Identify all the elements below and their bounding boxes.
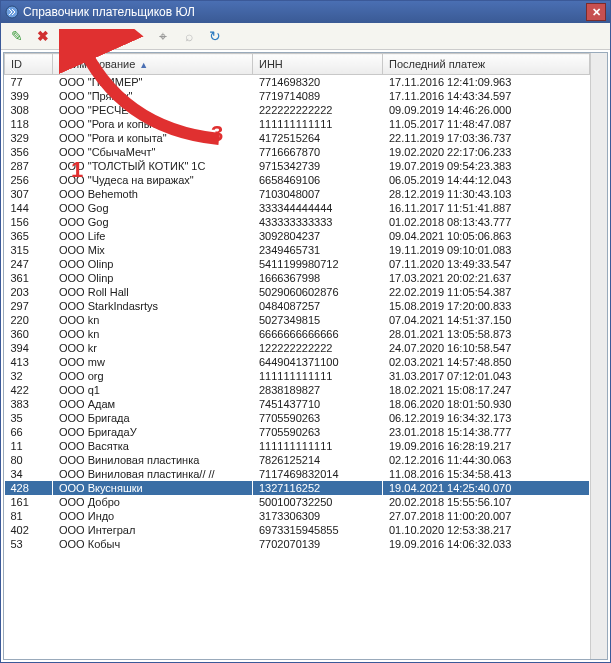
table-row[interactable]: 383ООО Адам745143771018.06.2020 18:01:50… <box>5 397 590 411</box>
scrollbar[interactable] <box>590 53 607 659</box>
filter-button[interactable]: ⌖ <box>151 24 175 48</box>
cell-inn: 7705590263 <box>253 425 383 439</box>
cell-inn: 7103048007 <box>253 187 383 201</box>
col-id[interactable]: ID <box>5 54 53 75</box>
cell-inn: 7117469832014 <box>253 467 383 481</box>
cell-last: 06.05.2019 14:44:12.043 <box>383 173 590 187</box>
cell-id: 66 <box>5 425 53 439</box>
table-row[interactable]: 256ООО "Чудеса на виражах"665846910606.0… <box>5 173 590 187</box>
table-row[interactable]: 66ООО БригадаУ770559026323.01.2018 15:14… <box>5 425 590 439</box>
cell-last: 02.12.2016 11:44:30.063 <box>383 453 590 467</box>
table-row[interactable]: 394ООО kr12222222222224.07.2020 16:10:58… <box>5 341 590 355</box>
close-button[interactable]: ✕ <box>586 3 606 21</box>
refresh-icon: ↻ <box>209 29 221 43</box>
edit-button[interactable]: ✎ <box>5 24 29 48</box>
col-inn[interactable]: ИНН <box>253 54 383 75</box>
table-row[interactable]: 77ООО "ПРИМЕР"771469832017.11.2016 12:41… <box>5 75 590 90</box>
cell-last: 24.07.2020 16:10:58.547 <box>383 341 590 355</box>
cell-last: 28.12.2019 11:30:43.103 <box>383 187 590 201</box>
cell-id: 118 <box>5 117 53 131</box>
cell-last: 19.09.2016 14:06:32.033 <box>383 537 590 551</box>
table-row[interactable]: 422ООО q1283818982718.02.2021 15:08:17.2… <box>5 383 590 397</box>
cell-id: 81 <box>5 509 53 523</box>
cell-last: 17.11.2016 14:43:34.597 <box>383 89 590 103</box>
table-row[interactable]: 35ООО Бригада770559026306.12.2019 16:34:… <box>5 411 590 425</box>
filter-clear-button[interactable]: ⌕ <box>177 24 201 48</box>
cell-last: 07.11.2020 13:49:33.547 <box>383 257 590 271</box>
table-row[interactable]: 80ООО Виниловая пластинка782612521402.12… <box>5 453 590 467</box>
table-row[interactable]: 356ООО "СбычаМечт"771666787019.02.2020 2… <box>5 145 590 159</box>
table-row[interactable]: 307ООО Behemoth710304800728.12.2019 11:3… <box>5 187 590 201</box>
cell-name: ООО Behemoth <box>53 187 253 201</box>
cell-name: ООО Индо <box>53 509 253 523</box>
table-row[interactable]: 329ООО "Рога и копыта"417251526422.11.20… <box>5 131 590 145</box>
cell-id: 220 <box>5 313 53 327</box>
table-row[interactable]: 53ООО Кобыч770207013919.09.2016 14:06:32… <box>5 537 590 551</box>
col-last[interactable]: Последний платеж <box>383 54 590 75</box>
table-row[interactable]: 118ООО "Рога и копыта"11111111111111.05.… <box>5 117 590 131</box>
cell-id: 80 <box>5 453 53 467</box>
cell-id: 161 <box>5 495 53 509</box>
table-row[interactable]: 361ООО Olinp166636799817.03.2021 20:02:2… <box>5 271 590 285</box>
import-button[interactable]: ⬇ <box>65 24 89 48</box>
cell-inn: 433333333333 <box>253 215 383 229</box>
table-row[interactable]: 247ООО Olinp541119998071207.11.2020 13:4… <box>5 257 590 271</box>
table-row[interactable]: 399ООО "Пряник"771971408917.11.2016 14:4… <box>5 89 590 103</box>
cell-last: 19.09.2016 16:28:19.217 <box>383 439 590 453</box>
cell-inn: 333344444444 <box>253 201 383 215</box>
table-row[interactable]: 34ООО Виниловая пластинка// //7117469832… <box>5 467 590 481</box>
arrow-down-icon: ⬇ <box>71 29 83 43</box>
cell-name: ООО StarkIndasrtys <box>53 299 253 313</box>
table-row[interactable]: 360ООО kn666666666666628.01.2021 13:05:5… <box>5 327 590 341</box>
delete-icon: ✖ <box>37 29 49 43</box>
funnel-clear-icon: ⌕ <box>185 29 193 43</box>
cell-id: 156 <box>5 215 53 229</box>
toolbar: ✎ ✖ ⬇ ⬆ ⚭ ⌖ ⌕ ↻ <box>1 23 610 50</box>
cell-name: ООО q1 <box>53 383 253 397</box>
table-row[interactable]: 11ООО Васятка11111111111119.09.2016 16:2… <box>5 439 590 453</box>
cell-inn: 111111111111 <box>253 117 383 131</box>
cell-inn: 111111111111 <box>253 439 383 453</box>
cell-name: ООО "Рога и копыта" <box>53 117 253 131</box>
table-row[interactable]: 428ООО Вкусняшки132711625219.04.2021 14:… <box>5 481 590 495</box>
table-row[interactable]: 315ООО Mix234946573119.11.2019 09:10:01.… <box>5 243 590 257</box>
cell-inn: 7451437710 <box>253 397 383 411</box>
delete-button[interactable]: ✖ <box>31 24 55 48</box>
table-row[interactable]: 297ООО StarkIndasrtys048408725715.08.201… <box>5 299 590 313</box>
cell-last: 11.08.2016 15:34:58.413 <box>383 467 590 481</box>
table-scroll[interactable]: ID Наименование▲ ИНН Последний платеж 77… <box>4 53 590 659</box>
cell-inn: 7714698320 <box>253 75 383 90</box>
link-button[interactable]: ⚭ <box>125 24 149 48</box>
cell-name: ООО "Рога и копыта" <box>53 131 253 145</box>
cell-name: ООО Roll Hall <box>53 285 253 299</box>
cell-last: 19.02.2020 22:17:06.233 <box>383 145 590 159</box>
arrow-up-icon: ⬆ <box>97 29 109 43</box>
cell-last: 06.12.2019 16:34:32.173 <box>383 411 590 425</box>
table-row[interactable]: 156ООО Gog43333333333301.02.2018 08:13:4… <box>5 215 590 229</box>
cell-last: 18.06.2020 18:01:50.930 <box>383 397 590 411</box>
table-row[interactable]: 220ООО kn502734981507.04.2021 14:51:37.1… <box>5 313 590 327</box>
cell-id: 256 <box>5 173 53 187</box>
table-row[interactable]: 365ООО Life309280423709.04.2021 10:05:06… <box>5 229 590 243</box>
table-row[interactable]: 203ООО Roll Hall502906060287622.02.2019 … <box>5 285 590 299</box>
table-row[interactable]: 81ООО Индо317330630927.07.2018 11:00:20.… <box>5 509 590 523</box>
table-row[interactable]: 144ООО Gog33334444444416.11.2017 11:51:4… <box>5 201 590 215</box>
table-row[interactable]: 308ООО "РЕСЧЕТ"22222222222209.09.2019 14… <box>5 103 590 117</box>
app-icon <box>5 5 19 19</box>
table-row[interactable]: 32ООО org11111111111131.03.2017 07:12:01… <box>5 369 590 383</box>
cell-id: 356 <box>5 145 53 159</box>
cell-id: 360 <box>5 327 53 341</box>
link-icon: ⚭ <box>131 29 143 43</box>
cell-name: ООО Васятка <box>53 439 253 453</box>
cell-name: ООО "Чудеса на виражах" <box>53 173 253 187</box>
cell-name: ООО Адам <box>53 397 253 411</box>
table-row[interactable]: 402ООО Интеграл697331594585501.10.2020 1… <box>5 523 590 537</box>
cell-id: 361 <box>5 271 53 285</box>
table-row[interactable]: 161ООО Добро50010073225020.02.2018 15:55… <box>5 495 590 509</box>
col-name[interactable]: Наименование▲ <box>53 54 253 75</box>
refresh-button[interactable]: ↻ <box>203 24 227 48</box>
table-row[interactable]: 413ООО mw644904137110002.03.2021 14:57:4… <box>5 355 590 369</box>
table-row[interactable]: 287ООО "ТОЛСТЫЙ КОТИК" 1С971534273919.07… <box>5 159 590 173</box>
export-button[interactable]: ⬆ <box>91 24 115 48</box>
cell-name: ООО Виниловая пластинка// // <box>53 467 253 481</box>
